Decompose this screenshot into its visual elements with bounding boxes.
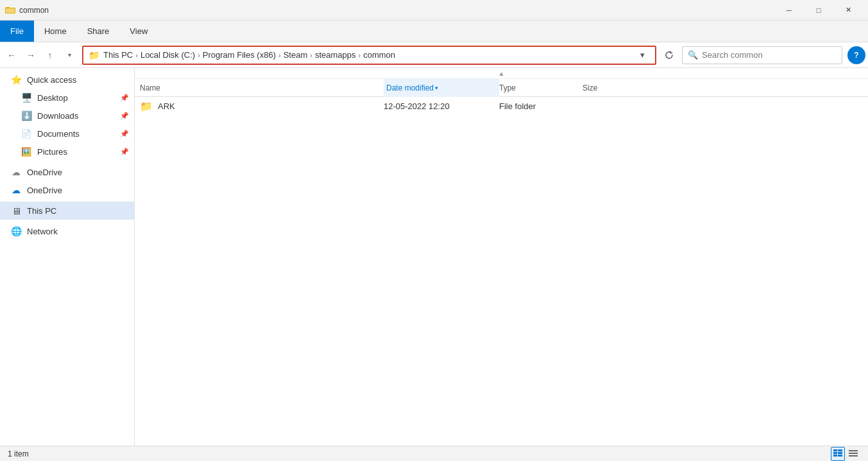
svg-rect-7 — [833, 455, 837, 457]
sidebar-item-onedrive[interactable]: ☁ OneDrive — [0, 181, 134, 199]
breadcrumb-common[interactable]: common — [363, 50, 395, 60]
sort-arrow-icon: ▾ — [435, 85, 438, 91]
file-area: ▲ Name Date modified ▾ Type Size 📁 — [135, 68, 868, 446]
tab-file[interactable]: File — [0, 21, 34, 42]
window-controls: ─ □ ✕ — [774, 0, 863, 21]
refresh-button[interactable] — [660, 46, 678, 64]
search-icon: 🔍 — [688, 50, 698, 60]
app-icon — [5, 5, 15, 15]
nav-bar: ← → ↑ ▾ 📁 This PC › Local Disk (C:) › Pr… — [0, 42, 868, 68]
sidebar-item-onedrive-personal[interactable]: ☁ OneDrive — [0, 163, 134, 181]
svg-rect-0 — [6, 7, 10, 8]
sep-5: › — [358, 51, 361, 59]
window-title: common — [19, 6, 774, 15]
downloads-icon: ⬇️ — [21, 110, 32, 121]
sidebar-item-quick-access[interactable]: ⭐ Quick access — [0, 71, 134, 89]
breadcrumb-thispc[interactable]: This PC — [103, 50, 133, 60]
sep-1: › — [135, 51, 138, 59]
sidebar-onedrive-label: OneDrive — [27, 186, 129, 195]
address-folder-icon: 📁 — [89, 50, 99, 60]
svg-rect-9 — [849, 450, 858, 451]
sep-4: › — [310, 51, 312, 59]
collapse-row: ▲ — [135, 68, 868, 79]
column-type-label: Type — [499, 83, 516, 92]
column-date-modified[interactable]: Date modified ▾ — [384, 79, 499, 97]
sep-3: › — [278, 51, 281, 59]
view-buttons — [831, 447, 860, 461]
file-date: 12-05-2022 12:20 — [384, 101, 499, 111]
sidebar-pictures-label: Pictures — [37, 147, 117, 157]
address-dropdown-button[interactable]: ▾ — [634, 47, 650, 64]
column-size-label: Size — [583, 83, 597, 92]
breadcrumb-steam[interactable]: Steam — [284, 50, 308, 60]
collapse-button[interactable]: ▲ — [498, 68, 505, 78]
svg-rect-10 — [849, 453, 858, 454]
tab-home[interactable]: Home — [34, 21, 77, 42]
breadcrumb-steamapps[interactable]: steamapps — [315, 50, 356, 60]
pictures-icon: 🖼️ — [21, 146, 32, 157]
status-item-count: 1 item — [8, 449, 29, 458]
breadcrumb-programfiles[interactable]: Program Files (x86) — [203, 50, 276, 60]
forward-button[interactable]: → — [22, 46, 40, 64]
svg-rect-2 — [6, 8, 15, 13]
column-name[interactable]: Name — [140, 83, 384, 92]
svg-rect-4 — [838, 449, 842, 451]
downloads-pin-icon: 📌 — [120, 112, 129, 120]
status-bar: 1 item — [0, 446, 868, 461]
sidebar-onedrive-personal-label: OneDrive — [27, 168, 129, 177]
address-bar[interactable]: 📁 This PC › Local Disk (C:) › Program Fi… — [82, 46, 656, 65]
sidebar-network-label: Network — [27, 227, 129, 236]
svg-rect-6 — [838, 452, 842, 454]
search-box: 🔍 — [682, 46, 842, 64]
recent-locations-button[interactable]: ▾ — [60, 46, 78, 64]
ribbon: File Home Share View — [0, 21, 868, 42]
file-list: 📁 ARK 12-05-2022 12:20 File folder — [135, 97, 868, 446]
column-header: Name Date modified ▾ Type Size — [135, 79, 868, 97]
column-type[interactable]: Type — [499, 83, 583, 92]
breadcrumb-localdisk[interactable]: Local Disk (C:) — [140, 50, 195, 60]
view-details-button[interactable] — [831, 447, 845, 461]
file-type: File folder — [499, 101, 583, 111]
sidebar-thispc-label: This PC — [27, 206, 129, 216]
folder-icon: 📁 — [140, 100, 153, 112]
back-button[interactable]: ← — [3, 46, 21, 64]
close-button[interactable]: ✕ — [833, 0, 863, 21]
column-date-label: Date modified — [386, 83, 434, 92]
maximize-button[interactable]: □ — [804, 0, 833, 21]
network-icon: 🌐 — [10, 225, 22, 237]
file-name: ARK — [158, 101, 384, 111]
sidebar-downloads-label: Downloads — [37, 111, 117, 121]
title-bar: common ─ □ ✕ — [0, 0, 868, 21]
sidebar-item-thispc[interactable]: 🖥 This PC — [0, 202, 134, 220]
documents-pin-icon: 📌 — [120, 130, 129, 138]
pictures-pin-icon: 📌 — [120, 148, 129, 156]
svg-rect-5 — [833, 452, 837, 454]
file-icon: 📁 — [140, 100, 153, 112]
documents-icon: 📄 — [21, 128, 32, 139]
desktop-icon: 🖥️ — [21, 92, 32, 103]
search-input[interactable] — [702, 50, 837, 60]
svg-rect-3 — [833, 449, 837, 451]
up-button[interactable]: ↑ — [41, 46, 59, 64]
quick-access-icon: ⭐ — [10, 74, 22, 85]
sidebar-item-pictures[interactable]: 🖼️ Pictures 📌 — [0, 143, 134, 161]
svg-rect-11 — [849, 455, 858, 457]
sidebar-item-network[interactable]: 🌐 Network — [0, 222, 134, 240]
sidebar-item-documents[interactable]: 📄 Documents 📌 — [0, 125, 134, 143]
column-name-label: Name — [140, 83, 160, 92]
onedrive-personal-icon: ☁ — [10, 166, 22, 178]
minimize-button[interactable]: ─ — [774, 0, 804, 21]
table-row[interactable]: 📁 ARK 12-05-2022 12:20 File folder — [140, 97, 863, 115]
sidebar: ⭐ Quick access 🖥️ Desktop 📌 ⬇️ Downloads… — [0, 68, 135, 446]
breadcrumb: This PC › Local Disk (C:) › Program File… — [103, 50, 634, 60]
sidebar-quick-access-label: Quick access — [27, 75, 129, 85]
tab-share[interactable]: Share — [77, 21, 120, 42]
view-list-button[interactable] — [846, 447, 860, 461]
column-size[interactable]: Size — [583, 83, 863, 92]
sidebar-item-downloads[interactable]: ⬇️ Downloads 📌 — [0, 107, 134, 125]
sidebar-item-desktop[interactable]: 🖥️ Desktop 📌 — [0, 89, 134, 107]
sidebar-desktop-label: Desktop — [37, 93, 117, 103]
help-button[interactable]: ? — [847, 46, 865, 64]
svg-rect-8 — [838, 455, 842, 457]
tab-view[interactable]: View — [119, 21, 158, 42]
